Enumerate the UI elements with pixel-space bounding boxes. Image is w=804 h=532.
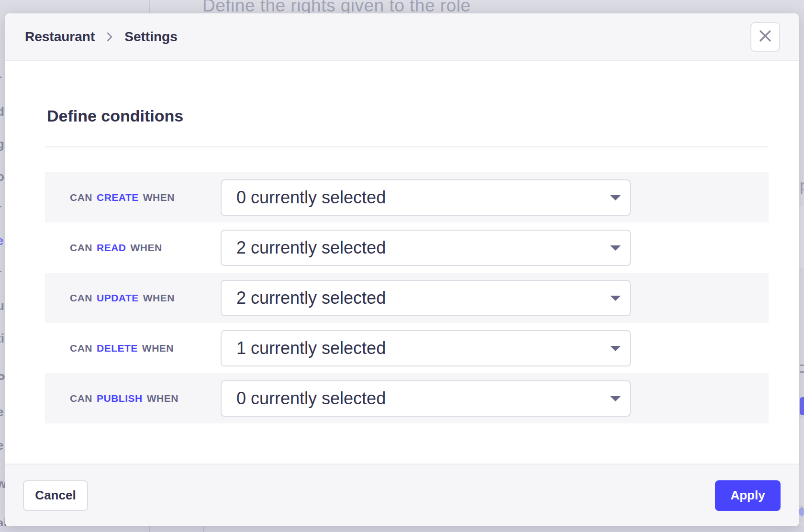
conditions-dropdown[interactable]: 2 currently selected [221, 280, 631, 316]
permission-row: CANPUBLISHWHEN 0 currently selected [45, 373, 769, 423]
permission-label: CANREADWHEN [45, 242, 221, 254]
triangle-down-icon [610, 195, 621, 200]
conditions-rows: CANCREATEWHEN 0 currently selected CANRE… [45, 172, 769, 423]
permission-row: CANCREATEWHEN 0 currently selected [45, 172, 769, 222]
permission-label: CANPUBLISHWHEN [45, 393, 221, 404]
permission-row: CANDELETEWHEN 1 currently selected [45, 323, 769, 373]
backdrop-bottom-strip [0, 526, 804, 532]
close-button[interactable] [750, 22, 780, 52]
backdrop-button-fragment [800, 397, 804, 415]
permission-row: CANREADWHEN 2 currently selected [45, 222, 769, 273]
label-prefix: CAN [70, 192, 92, 203]
dropdown-selected-value: 2 currently selected [236, 288, 386, 308]
triangle-down-icon [610, 245, 621, 251]
backdrop-table-line [149, 526, 150, 532]
label-prefix: CAN [70, 393, 92, 404]
backdrop-right-band [799, 419, 804, 505]
backdrop-table-line [149, 0, 150, 13]
define-conditions-modal: Restaurant Settings Define conditions CA… [5, 13, 799, 526]
conditions-dropdown[interactable]: 0 currently selected [221, 179, 631, 216]
backdrop-line-fragment [800, 371, 804, 373]
cancel-button[interactable]: Cancel [23, 480, 88, 511]
backdrop-line-fragment [800, 365, 804, 366]
dropdown-selected-value: 0 currently selected [236, 188, 386, 208]
label-action: CREATE [97, 192, 139, 203]
breadcrumb-item-restaurant[interactable]: Restaurant [25, 29, 95, 44]
apply-button[interactable]: Apply [715, 480, 781, 511]
breadcrumb: Restaurant Settings [25, 29, 178, 44]
page-title: Define conditions [47, 104, 183, 128]
dropdown-selected-value: 1 currently selected [236, 338, 386, 358]
label-prefix: CAN [70, 343, 92, 354]
conditions-dropdown[interactable]: 1 currently selected [221, 330, 631, 366]
label-suffix: WHEN [143, 292, 175, 303]
label-suffix: WHEN [143, 192, 175, 203]
label-prefix: CAN [70, 292, 92, 303]
permission-label: CANUPDATEWHEN [45, 292, 221, 304]
backdrop-table-line [203, 526, 204, 532]
title-divider [45, 146, 769, 147]
label-action: UPDATE [97, 292, 139, 303]
permission-label: CANDELETEWHEN [45, 343, 221, 354]
dropdown-selected-value: 0 currently selected [236, 388, 386, 409]
label-suffix: WHEN [131, 242, 162, 253]
modal-footer: Cancel Apply [5, 464, 799, 526]
breadcrumb-item-settings: Settings [124, 29, 177, 44]
label-suffix: WHEN [142, 343, 174, 354]
screen: Define the rights given to the role r d … [0, 0, 804, 532]
label-suffix: WHEN [147, 393, 179, 404]
triangle-down-icon [610, 296, 621, 301]
modal-header: Restaurant Settings [5, 13, 799, 61]
dropdown-selected-value: 2 currently selected [236, 238, 386, 258]
label-action: PUBLISH [97, 393, 143, 404]
triangle-down-icon [610, 346, 621, 351]
permission-row: CANUPDATEWHEN 2 currently selected [45, 273, 769, 323]
close-icon [759, 30, 771, 44]
backdrop-right-fragment: p [800, 176, 804, 195]
label-action: DELETE [97, 343, 138, 354]
label-action: READ [97, 242, 126, 253]
conditions-dropdown[interactable]: 2 currently selected [221, 230, 631, 266]
conditions-dropdown[interactable]: 0 currently selected [221, 380, 631, 417]
triangle-down-icon [610, 396, 621, 401]
permission-label: CANCREATEWHEN [45, 192, 221, 203]
backdrop-right-band [799, 206, 804, 268]
label-prefix: CAN [70, 242, 92, 253]
chevron-right-icon [106, 31, 113, 43]
